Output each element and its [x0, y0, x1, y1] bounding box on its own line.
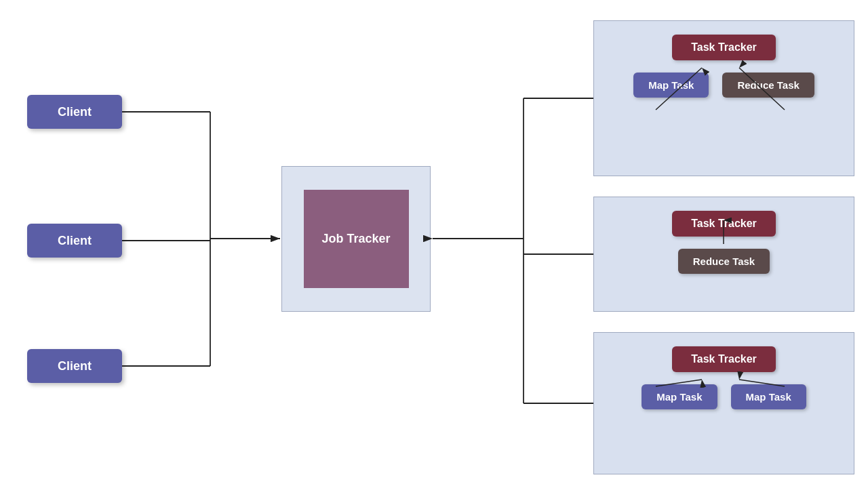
client-box-1: Client: [27, 95, 122, 129]
task-row-2: Reduce Task: [678, 249, 770, 274]
task-panel-1: Task Tracker Map Task Reduce Task: [593, 20, 854, 176]
map-task-3: Map Task: [731, 384, 806, 409]
task-panel-3: Task Tracker Map Task Map Task: [593, 332, 854, 474]
client-box-2: Client: [27, 224, 122, 258]
task-row-3: Map Task Map Task: [642, 384, 806, 409]
job-tracker-label: Job Tracker: [321, 232, 390, 246]
map-task-2: Map Task: [642, 384, 717, 409]
job-tracker-outer: Job Tracker: [281, 166, 431, 312]
map-task-1: Map Task: [633, 73, 709, 98]
job-tracker-inner: Job Tracker: [304, 190, 409, 288]
client-label-2: Client: [58, 234, 92, 248]
task-panel-2: Task Tracker Reduce Task: [593, 197, 854, 312]
client-label-3: Client: [58, 359, 92, 373]
diagram: Client Client Client Job Tracker Task Tr…: [0, 0, 868, 488]
task-tracker-1: Task Tracker: [672, 35, 776, 60]
client-box-3: Client: [27, 349, 122, 383]
task-row-1: Map Task Reduce Task: [633, 73, 814, 98]
reduce-task-1: Reduce Task: [722, 73, 814, 98]
reduce-task-2: Reduce Task: [678, 249, 770, 274]
client-label-1: Client: [58, 105, 92, 119]
task-tracker-2: Task Tracker: [672, 211, 776, 237]
task-tracker-3: Task Tracker: [672, 346, 776, 372]
